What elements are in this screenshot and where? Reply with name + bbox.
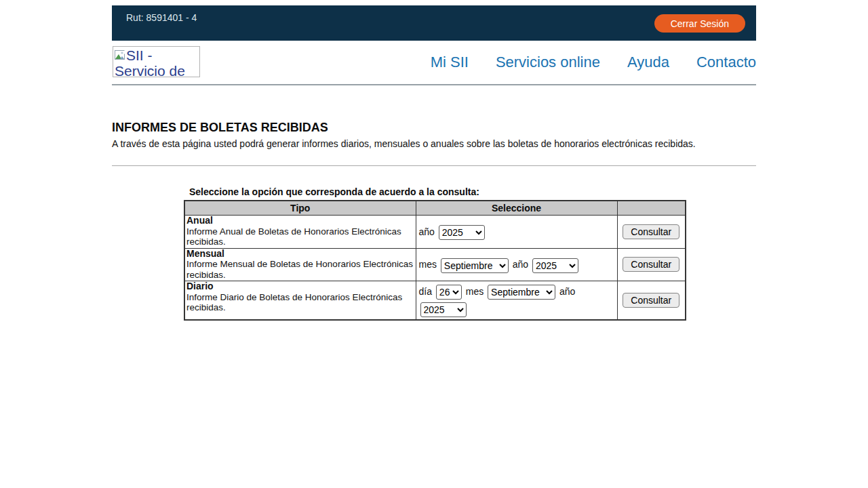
mensual-ano-select[interactable]: 2025 [532, 258, 578, 273]
diario-select-cell: día 26 mes Septiembre año 2025 [416, 281, 617, 321]
table-row-diario: Diario Informe Diario de Boletas de Hono… [184, 281, 686, 321]
nav-ayuda[interactable]: Ayuda [627, 54, 669, 71]
diario-action-cell: Consultar [617, 281, 686, 321]
anual-ano-label: año [419, 226, 435, 237]
brand-row: SII - Servicio de Mi SII Servicios onlin… [112, 41, 756, 84]
table-header-row: Tipo Seleccione [184, 201, 686, 216]
nav-divider [112, 84, 756, 85]
table-row-mensual: Mensual Informe Mensual de Boletas de Ho… [184, 248, 686, 281]
table-row-anual: Anual Informe Anual de Boletas de Honora… [184, 216, 686, 249]
anual-action-cell: Consultar [617, 216, 686, 249]
nav-servicios-online[interactable]: Servicios online [496, 54, 600, 71]
reports-table: Tipo Seleccione Anual Informe Anual de B… [184, 200, 686, 321]
diario-mes-label: mes [466, 286, 484, 297]
diario-dia-select[interactable]: 26 [436, 285, 462, 300]
nav-mi-sii[interactable]: Mi SII [431, 54, 469, 71]
mensual-tipo-cell: Mensual Informe Mensual de Boletas de Ho… [184, 248, 416, 281]
header-seleccione: Seleccione [416, 201, 617, 216]
mensual-description: Informe Mensual de Boletas de Honorarios… [186, 259, 413, 280]
diario-ano-label: año [559, 286, 575, 297]
diario-description: Informe Diario de Boletas de Honorarios … [186, 292, 402, 313]
diario-mes-select[interactable]: Septiembre [488, 285, 555, 300]
sii-logo[interactable]: SII - Servicio de [113, 46, 200, 77]
broken-image-icon [115, 47, 126, 58]
nav-contacto[interactable]: Contacto [696, 54, 756, 71]
main-content: INFORMES DE BOLETAS RECIBIDAS A través d… [112, 121, 756, 321]
diario-type-label: Diario [186, 281, 414, 292]
page-container: Rut: 8591401 - 4 Cerrar Sesión SII - Ser… [112, 5, 756, 321]
diario-consultar-button[interactable]: Consultar [623, 293, 679, 308]
mensual-ano-label: año [513, 259, 528, 270]
main-nav: Mi SII Servicios online Ayuda Contacto [431, 41, 756, 84]
mensual-action-cell: Consultar [617, 248, 686, 281]
mensual-type-label: Mensual [186, 249, 414, 260]
mensual-select-cell: mes Septiembre año 2025 [416, 248, 617, 281]
page-intro: A través de esta página usted podrá gene… [112, 138, 756, 149]
anual-description: Informe Anual de Boletas de Honorarios E… [186, 226, 401, 247]
mensual-consultar-button[interactable]: Consultar [623, 257, 679, 272]
rut-label: Rut: 8591401 - 4 [126, 12, 197, 23]
anual-type-label: Anual [186, 216, 414, 226]
section-rule [112, 165, 756, 166]
header-tipo: Tipo [184, 201, 416, 216]
mensual-mes-label: mes [419, 259, 437, 270]
logout-button[interactable]: Cerrar Sesión [654, 14, 745, 33]
mensual-mes-select[interactable]: Septiembre [441, 258, 509, 273]
page-title: INFORMES DE BOLETAS RECIBIDAS [112, 121, 756, 135]
anual-consultar-button[interactable]: Consultar [623, 224, 679, 239]
diario-dia-label: día [419, 286, 432, 297]
session-topbar: Rut: 8591401 - 4 Cerrar Sesión [112, 5, 756, 41]
table-caption: Seleccione la opción que corresponda de … [189, 186, 756, 197]
report-options-section: Seleccione la opción que corresponda de … [184, 186, 756, 321]
anual-ano-select[interactable]: 2025 [439, 225, 485, 240]
diario-ano-select[interactable]: 2025 [420, 302, 467, 317]
diario-tipo-cell: Diario Informe Diario de Boletas de Hono… [184, 281, 416, 321]
anual-select-cell: año 2025 [416, 216, 617, 249]
anual-tipo-cell: Anual Informe Anual de Boletas de Honora… [184, 216, 416, 249]
header-action [617, 201, 686, 216]
